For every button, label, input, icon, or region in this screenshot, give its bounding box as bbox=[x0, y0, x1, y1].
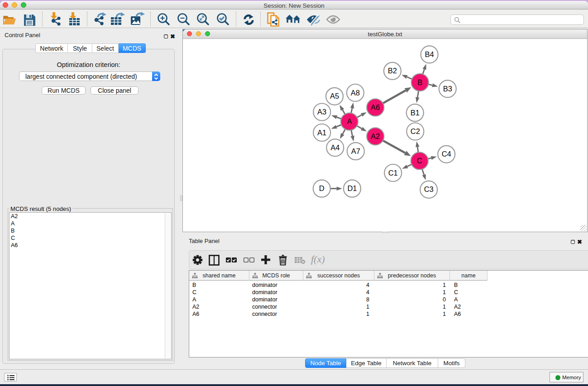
svg-text:B: B bbox=[417, 78, 422, 86]
svg-text:C4: C4 bbox=[442, 150, 451, 158]
svg-text:A2: A2 bbox=[371, 132, 380, 140]
svg-text:A3: A3 bbox=[317, 108, 326, 116]
svg-text:B1: B1 bbox=[411, 109, 420, 117]
svg-text:C1: C1 bbox=[388, 169, 398, 177]
svg-text:A6: A6 bbox=[371, 103, 380, 111]
svg-text:A7: A7 bbox=[351, 147, 360, 155]
svg-text:B2: B2 bbox=[388, 67, 397, 75]
svg-text:B3: B3 bbox=[443, 85, 452, 93]
svg-text:A5: A5 bbox=[330, 92, 339, 100]
svg-text:C: C bbox=[417, 157, 422, 165]
svg-text:B4: B4 bbox=[425, 50, 434, 58]
svg-text:A: A bbox=[347, 117, 352, 125]
svg-text:C2: C2 bbox=[411, 127, 420, 135]
svg-text:A8: A8 bbox=[351, 89, 360, 97]
svg-text:A4: A4 bbox=[330, 143, 339, 152]
svg-text:D: D bbox=[319, 184, 325, 192]
svg-text:D1: D1 bbox=[347, 184, 357, 192]
svg-text:A1: A1 bbox=[317, 129, 326, 137]
svg-text:C3: C3 bbox=[424, 185, 434, 193]
